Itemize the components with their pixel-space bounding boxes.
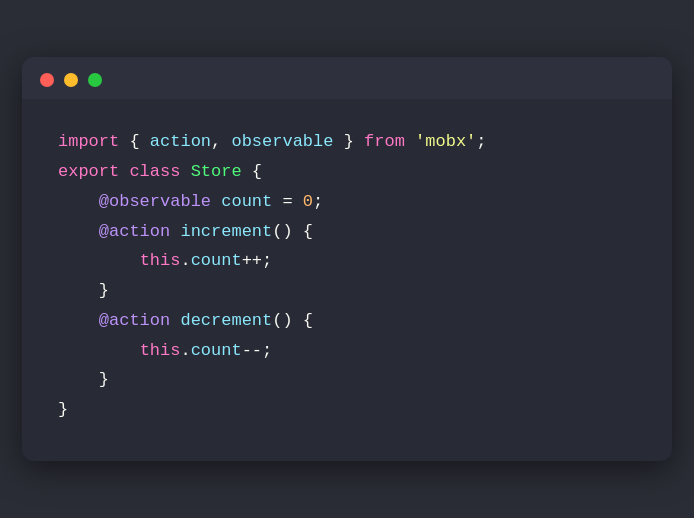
code-token bbox=[405, 132, 415, 151]
code-token: } bbox=[333, 132, 364, 151]
code-token bbox=[58, 192, 99, 211]
code-token bbox=[119, 162, 129, 181]
minimize-button[interactable] bbox=[64, 73, 78, 87]
code-line: } bbox=[58, 395, 636, 425]
code-token: ; bbox=[262, 341, 272, 360]
code-token: this bbox=[140, 251, 181, 270]
code-token: } bbox=[58, 370, 109, 389]
code-token: -- bbox=[242, 341, 262, 360]
code-token bbox=[170, 222, 180, 241]
code-token bbox=[58, 222, 99, 241]
code-token: count bbox=[221, 192, 272, 211]
code-line: export class Store { bbox=[58, 157, 636, 187]
code-token: . bbox=[180, 341, 190, 360]
code-editor: import { action, observable } from 'mobx… bbox=[22, 99, 672, 461]
code-token: = bbox=[272, 192, 303, 211]
code-token: } bbox=[58, 400, 68, 419]
code-token: { bbox=[119, 132, 150, 151]
code-token: () { bbox=[272, 311, 313, 330]
code-token: count bbox=[191, 341, 242, 360]
code-line: this.count--; bbox=[58, 336, 636, 366]
titlebar bbox=[22, 57, 672, 99]
code-token: Store bbox=[191, 162, 242, 181]
code-token: 'mobx' bbox=[415, 132, 476, 151]
code-token: ++ bbox=[242, 251, 262, 270]
code-line: @action decrement() { bbox=[58, 306, 636, 336]
code-token: increment bbox=[180, 222, 272, 241]
code-token: count bbox=[191, 251, 242, 270]
code-token: @observable bbox=[99, 192, 211, 211]
code-token: ; bbox=[262, 251, 272, 270]
code-line: @action increment() { bbox=[58, 217, 636, 247]
code-token bbox=[180, 162, 190, 181]
code-token: export bbox=[58, 162, 119, 181]
code-line: this.count++; bbox=[58, 246, 636, 276]
code-token bbox=[58, 341, 140, 360]
code-token: observable bbox=[231, 132, 333, 151]
code-token: class bbox=[129, 162, 180, 181]
code-token: ; bbox=[313, 192, 323, 211]
code-token: decrement bbox=[180, 311, 272, 330]
close-button[interactable] bbox=[40, 73, 54, 87]
code-token: import bbox=[58, 132, 119, 151]
maximize-button[interactable] bbox=[88, 73, 102, 87]
code-token: action bbox=[150, 132, 211, 151]
code-line: import { action, observable } from 'mobx… bbox=[58, 127, 636, 157]
code-line: } bbox=[58, 365, 636, 395]
code-token: 0 bbox=[303, 192, 313, 211]
code-token: this bbox=[140, 341, 181, 360]
code-token: () { bbox=[272, 222, 313, 241]
code-token: from bbox=[364, 132, 405, 151]
code-token: . bbox=[180, 251, 190, 270]
code-token bbox=[211, 192, 221, 211]
code-token: ; bbox=[476, 132, 486, 151]
code-line: } bbox=[58, 276, 636, 306]
code-token: @action bbox=[99, 311, 170, 330]
code-token: } bbox=[58, 281, 109, 300]
code-token bbox=[58, 311, 99, 330]
code-token: @action bbox=[99, 222, 170, 241]
code-token: , bbox=[211, 132, 231, 151]
code-line: @observable count = 0; bbox=[58, 187, 636, 217]
code-window: import { action, observable } from 'mobx… bbox=[22, 57, 672, 461]
code-token bbox=[170, 311, 180, 330]
code-token: { bbox=[242, 162, 262, 181]
code-token bbox=[58, 251, 140, 270]
